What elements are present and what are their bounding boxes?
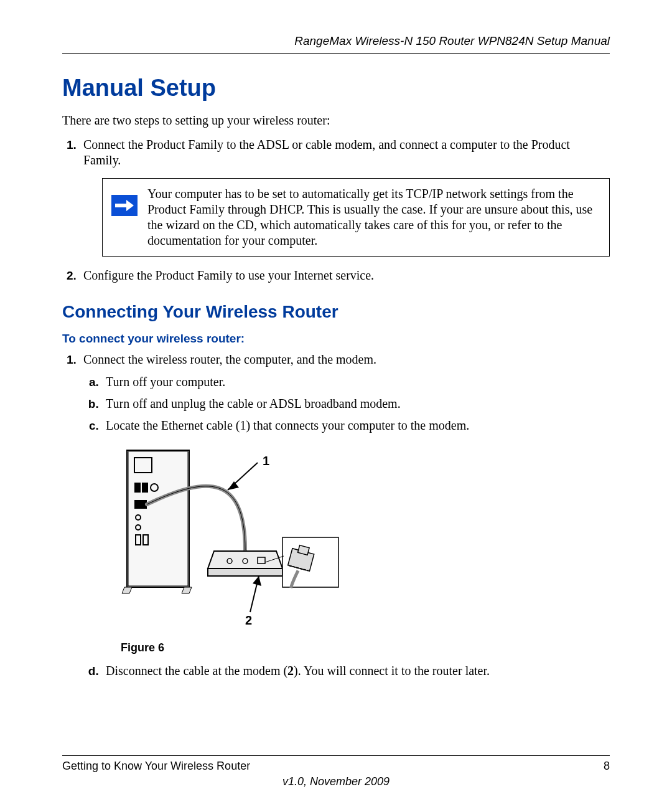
connect-step-1-text: Connect the wireless router, the compute… (83, 352, 376, 366)
note-text: Your computer has to be set to automatic… (147, 186, 600, 248)
footer-page-number: 8 (604, 760, 610, 773)
header-rule (62, 53, 610, 54)
svg-marker-21 (253, 576, 261, 586)
page-footer: Getting to Know Your Wireless Router 8 v… (62, 755, 610, 788)
footer-chapter: Getting to Know Your Wireless Router (62, 760, 250, 773)
top-step-2: Configure the Product Family to use your… (80, 268, 610, 283)
top-step-1: Connect the Product Family to the ADSL o… (80, 137, 610, 257)
section-heading: Connecting Your Wireless Router (62, 302, 610, 322)
sub-step-a: Turn off your computer. (102, 374, 610, 390)
instruction-heading: To connect your wireless router: (62, 332, 610, 346)
sub-step-c: Locate the Ethernet cable (1) that conne… (102, 417, 610, 434)
footer-version: v1.0, November 2009 (62, 775, 610, 788)
sub-steps-list-continued: Disconnect the cable at the modem (2). Y… (83, 663, 610, 679)
note-box: Your computer has to be set to automatic… (102, 178, 610, 257)
intro-text: There are two steps to setting up your w… (62, 113, 610, 128)
sub-step-d-num: 2 (287, 664, 294, 677)
svg-rect-3 (134, 483, 141, 493)
figure-caption: Figure 6 (121, 641, 610, 655)
footer-rule (62, 755, 610, 756)
top-step-1-text: Connect the Product Family to the ADSL o… (83, 138, 570, 167)
top-steps-list: Connect the Product Family to the ADSL o… (62, 137, 610, 283)
connect-step-1: Connect the wireless router, the compute… (80, 352, 610, 679)
figure-label-2: 2 (245, 613, 252, 627)
sub-step-d: Disconnect the cable at the modem (2). Y… (102, 663, 610, 679)
page-title: Manual Setup (62, 75, 610, 101)
page: RangeMax Wireless-N 150 Router WPN824N S… (0, 0, 672, 807)
svg-rect-4 (142, 483, 148, 493)
sub-steps-list: Turn off your computer. Turn off and unp… (83, 374, 610, 434)
running-header: RangeMax Wireless-N 150 Router WPN824N S… (62, 34, 610, 48)
sub-step-d-post: ). You will connect it to the router lat… (294, 664, 490, 677)
top-step-2-text: Configure the Product Family to use your… (83, 268, 374, 282)
figure-diagram: 1 2 (121, 444, 610, 635)
sub-step-d-pre: Disconnect the cable at the modem ( (106, 664, 287, 677)
svg-marker-19 (228, 481, 239, 490)
arrow-right-icon (111, 195, 138, 216)
connect-steps-list: Connect the wireless router, the compute… (62, 352, 610, 679)
sub-step-b: Turn off and unplug the cable or ADSL br… (102, 395, 610, 412)
figure-label-1: 1 (263, 454, 269, 468)
